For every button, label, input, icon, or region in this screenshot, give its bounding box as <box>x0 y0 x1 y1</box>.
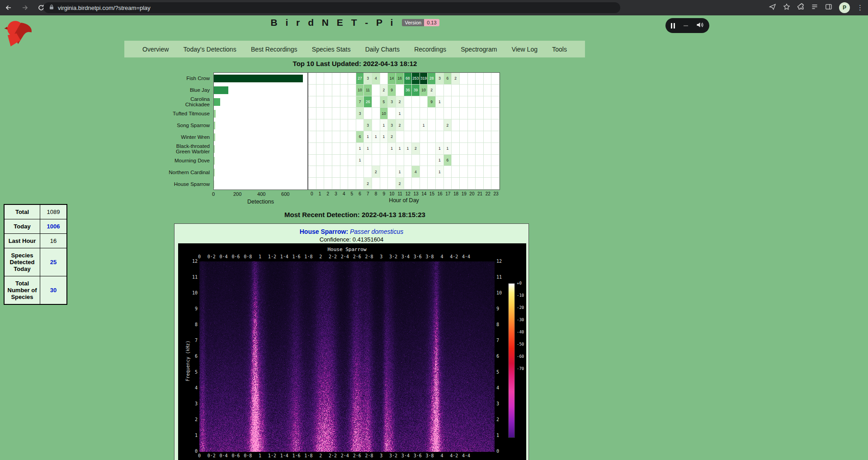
axis-tick: 14 <box>420 191 428 196</box>
spectro-time-tick: 0·4 <box>220 254 228 259</box>
table-row: Last Hour 16 <box>4 234 67 248</box>
heatmap-cell: 11 <box>364 85 372 96</box>
stat-total-species-label: Total Number of Species <box>4 276 40 305</box>
main-nav: Overview Today's Detections Best Recordi… <box>124 41 585 57</box>
profile-avatar[interactable]: P <box>839 2 850 13</box>
nav-best-recordings[interactable]: Best Recordings <box>251 46 297 53</box>
heatmap-cell <box>340 96 349 108</box>
site-header: B i r d N E T - P iVersion0.13 <box>124 17 585 28</box>
heatmap-cell <box>356 178 364 190</box>
heatmap-cell <box>348 96 356 108</box>
back-button[interactable] <box>3 2 14 14</box>
spectro-time-tick: 0 <box>198 453 201 458</box>
heatmap-cell <box>428 178 436 190</box>
url-bar[interactable]: virginia.birdnetpi.com/?stream=play <box>43 2 620 13</box>
heatmap-cell <box>332 131 340 143</box>
bar <box>214 133 215 141</box>
bar <box>214 110 216 118</box>
species-latin-link[interactable]: Passer domesticus <box>350 228 403 235</box>
browser-menu-icon[interactable]: ⋮ <box>857 4 863 12</box>
heatmap-cell <box>348 178 356 190</box>
spectro-time-tick: 3·8 <box>426 453 434 458</box>
audio-player[interactable] <box>665 18 709 33</box>
seek-bar[interactable] <box>684 25 688 26</box>
heatmap-cell <box>444 85 452 96</box>
heatmap-cell <box>372 143 380 155</box>
heatmap-cell: 3 <box>388 119 396 131</box>
nav-species-stats[interactable]: Species Stats <box>312 46 351 53</box>
nav-view-log[interactable]: View Log <box>512 46 538 53</box>
spectro-time-tick: 2·8 <box>365 453 373 458</box>
heatmap-cell <box>340 155 349 166</box>
spectro-time-tick: 0·8 <box>244 254 252 259</box>
heatmap-cell <box>348 73 356 85</box>
nav-daily-charts[interactable]: Daily Charts <box>365 46 400 53</box>
stat-species-today-label: Species Detected Today <box>4 248 40 276</box>
heatmap-cell <box>340 143 349 155</box>
heatmap-cell <box>316 85 325 96</box>
spectro-freq-tick: 0 <box>178 449 198 454</box>
axis-tick: 0 <box>212 191 215 197</box>
nav-todays-detections[interactable]: Today's Detections <box>184 46 236 53</box>
heatmap-cell <box>308 119 316 131</box>
heatmap-cell <box>316 131 325 143</box>
heatmap-cell <box>404 131 412 143</box>
heatmap-cell: 5 <box>380 96 388 108</box>
spectro-time-tick: 1 <box>259 453 261 458</box>
stat-species-today-link[interactable]: 25 <box>50 259 57 266</box>
extensions-icon[interactable] <box>797 3 804 12</box>
send-icon[interactable] <box>769 3 776 12</box>
heatmap-cell: 2 <box>396 119 404 131</box>
axis-tick: 7 <box>364 191 372 196</box>
bookmark-star-icon[interactable] <box>783 3 790 12</box>
axis-tick: 18 <box>452 191 460 196</box>
heatmap-cell <box>324 119 332 131</box>
heatmap-cell <box>364 155 372 166</box>
heatmap-cell: 39 <box>412 85 420 96</box>
heatmap-cell <box>468 73 476 85</box>
heatmap-cell: 3 <box>388 96 396 108</box>
site-logo[interactable] <box>4 18 37 52</box>
heatmap-cell <box>412 96 420 108</box>
spectro-time-tick: 4·4 <box>462 453 470 458</box>
heatmap-cell <box>308 73 316 85</box>
heatmap-cell <box>340 73 349 85</box>
axis-tick: 15 <box>428 191 436 196</box>
spectro-time-tick: 1·8 <box>304 453 312 458</box>
heatmap-cell <box>476 178 484 190</box>
heatmap-cell <box>324 108 332 119</box>
nav-overview[interactable]: Overview <box>142 46 169 53</box>
spectro-freq-tick: 3 <box>178 401 198 406</box>
heatmap-cell <box>412 108 420 119</box>
stat-total-species-link[interactable]: 30 <box>50 287 57 294</box>
heatmap-cell <box>332 143 340 155</box>
heatmap-cell <box>372 85 380 96</box>
heatmap-cell: 1 <box>420 119 428 131</box>
axis-tick: 17 <box>444 191 452 196</box>
volume-icon[interactable] <box>696 22 704 30</box>
reading-list-icon[interactable] <box>811 3 818 12</box>
pause-button[interactable] <box>671 23 675 28</box>
detection-species-line: House Sparrow: Passer domesticus <box>175 228 528 235</box>
spectro-time-tick: 4·2 <box>450 453 458 458</box>
side-panel-icon[interactable] <box>825 3 832 12</box>
heatmap-cell <box>476 73 484 85</box>
species-common-link[interactable]: House Sparrow: <box>300 228 348 235</box>
nav-recordings[interactable]: Recordings <box>414 46 446 53</box>
heatmap-cell <box>332 85 340 96</box>
forward-button[interactable] <box>19 2 31 14</box>
nav-tools[interactable]: Tools <box>552 46 567 53</box>
nav-spectrogram[interactable]: Spectrogram <box>461 46 497 53</box>
heatmap-cell <box>484 119 492 131</box>
heatmap-cell <box>452 119 460 131</box>
axis-tick: 21 <box>476 191 484 196</box>
table-row: Total Number of Species 30 <box>4 276 67 305</box>
stat-today-label: Today <box>4 219 40 234</box>
heatmap-cell: 3 <box>364 73 372 85</box>
bar <box>214 75 303 82</box>
stat-today-link[interactable]: 1006 <box>47 223 60 230</box>
heatmap-cell: 26 <box>364 96 372 108</box>
heatmap-cell: 1 <box>380 119 388 131</box>
heatmap-cell: 9 <box>388 85 396 96</box>
heatmap-cell <box>460 119 468 131</box>
